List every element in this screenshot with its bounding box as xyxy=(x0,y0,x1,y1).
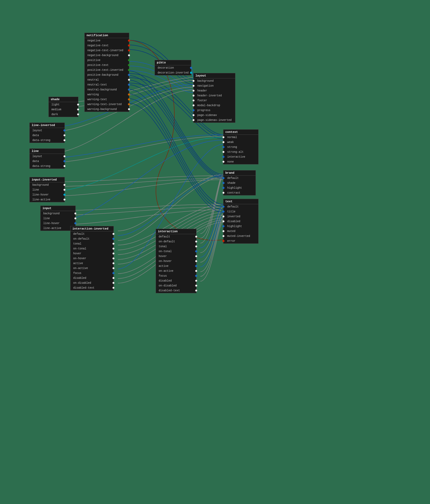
port-notification-negative-text-right xyxy=(128,44,130,47)
interaction-row-on-hover: on-hover xyxy=(156,259,196,264)
port-text-inverted-left xyxy=(222,215,225,218)
input-inverted-row-line-hover: line-hover xyxy=(30,192,64,197)
notification-row-warning-text-inverted: warning-text-inverted xyxy=(85,102,129,107)
port-interaction-on-active-right xyxy=(195,270,197,272)
interaction-inverted-row-on-disabled: on-disabled xyxy=(70,280,113,285)
port-notification-negative-right xyxy=(128,39,130,42)
port-line-data-strong-right xyxy=(63,165,66,167)
layout-row-modal-backdrop: modal-backdrop xyxy=(194,103,235,108)
interaction-row-default: default xyxy=(156,234,196,239)
interaction-inverted-row-on-tonal: on-tonal xyxy=(70,246,113,251)
port-line-inverted-data-strong-right xyxy=(63,139,66,141)
interaction-inverted-row-hover: hover xyxy=(70,251,113,256)
port-interaction-active-right xyxy=(195,265,197,267)
line-node: line layout data data-strong xyxy=(29,148,65,169)
port-layout-footer-left xyxy=(192,99,195,102)
pikto-title: pikto xyxy=(155,60,191,65)
port-context-normal-left xyxy=(222,136,225,138)
interaction-row-disabled-text: disabled-text xyxy=(156,288,196,293)
port-interaction-on-disabled-right xyxy=(195,285,197,287)
layout-row-navigation: navigation xyxy=(194,83,235,88)
port-interaction-inverted-on-disabled-right xyxy=(112,282,115,284)
interaction-row-disabled: disabled xyxy=(156,278,196,283)
port-notification-neutral-right xyxy=(128,79,130,81)
shade-node: shade light medium dark xyxy=(48,97,78,117)
port-notification-positive-text-inverted-right xyxy=(128,69,130,71)
port-input-inverted-line-active-right xyxy=(63,198,66,201)
interaction-row-tonal: tonal xyxy=(156,244,196,249)
port-text-muted-left xyxy=(222,230,225,232)
shade-title: shade xyxy=(49,97,78,102)
port-layout-background-left xyxy=(192,80,195,82)
line-inverted-row-data: data xyxy=(30,133,64,138)
port-text-error-left xyxy=(222,240,225,242)
context-node: context normal weak strong strong-alt in… xyxy=(223,129,259,164)
port-notification-warning-background-right xyxy=(128,108,130,110)
pikto-row-decoration-inverted: decoration-inverted xyxy=(155,70,191,75)
interaction-row-on-disabled: on-disabled xyxy=(156,283,196,288)
port-input-inverted-line-right xyxy=(63,189,66,191)
notification-row-warning: warning xyxy=(85,92,129,97)
port-layout-navigation-left xyxy=(192,85,195,87)
shade-row-dark: dark xyxy=(49,112,78,117)
input-inverted-row-line-active: line-active xyxy=(30,197,64,202)
interaction-row-active: active xyxy=(156,264,196,268)
port-interaction-on-tonal-right xyxy=(195,250,197,252)
port-interaction-hover-right xyxy=(195,255,197,257)
port-text-highlight-left xyxy=(222,225,225,227)
layout-row-background: background xyxy=(194,78,235,83)
notification-row-positive-background: positive-background xyxy=(85,72,129,77)
text-row-muted: muted xyxy=(223,229,258,234)
pikto-node: pikto decoration decoration-inverted xyxy=(155,60,191,75)
port-interaction-inverted-active-right xyxy=(112,262,115,264)
interaction-inverted-row-active: active xyxy=(70,261,113,266)
line-row-layout: layout xyxy=(30,154,64,159)
port-interaction-inverted-on-default-right xyxy=(112,238,115,240)
port-interaction-inverted-on-hover-right xyxy=(112,257,115,259)
port-interaction-inverted-on-tonal-right xyxy=(112,248,115,250)
interaction-inverted-row-disabled-text: disabled-text xyxy=(70,285,113,290)
brand-row-highlight: highlight xyxy=(223,185,256,190)
port-line-data-right xyxy=(63,160,66,162)
port-notification-positive-right xyxy=(128,59,130,61)
layout-row-progress: progress xyxy=(194,108,235,113)
input-inverted-row-line: line xyxy=(30,187,64,192)
text-row-inverted: inverted xyxy=(223,214,258,219)
port-interaction-on-hover-right xyxy=(195,260,197,262)
port-notification-positive-text-right xyxy=(128,64,130,66)
input-row-line-hover: line-hover xyxy=(41,221,75,226)
layout-row-page-sidenav-inverted: page-sidenav-inverted xyxy=(194,118,235,123)
port-pikto-decoration-inverted-right xyxy=(190,72,192,74)
text-row-muted-inverted: muted-inverted xyxy=(223,234,258,239)
layout-row-header: header xyxy=(194,88,235,93)
notification-row-negative-text-inverted: negative-text-inverted xyxy=(85,48,129,53)
port-input-line-hover-right xyxy=(74,222,76,224)
context-row-interactive: interactive xyxy=(223,154,258,159)
port-notification-neutral-text-right xyxy=(128,84,130,86)
port-interaction-inverted-on-active-right xyxy=(112,267,115,269)
context-row-none: none xyxy=(223,159,258,164)
notification-row-positive: positive xyxy=(85,58,129,63)
interaction-inverted-title: interaction-inverted xyxy=(70,226,113,231)
input-row-background: background xyxy=(41,211,75,216)
layout-title: layout xyxy=(194,73,235,78)
port-notification-warning-text-right xyxy=(128,98,130,100)
interaction-inverted-row-on-default: on-default xyxy=(70,236,113,241)
port-shade-dark-right xyxy=(77,113,79,115)
layout-node: layout background navigation header head… xyxy=(193,73,235,123)
line-row-data: data xyxy=(30,159,64,164)
interaction-row-on-tonal: on-tonal xyxy=(156,249,196,254)
line-inverted-title: line-inverted xyxy=(30,123,64,128)
port-interaction-focus-right xyxy=(195,275,197,277)
port-interaction-disabled-text-right xyxy=(195,289,197,292)
port-context-strong-left xyxy=(222,146,225,148)
context-row-strong: strong xyxy=(223,145,258,149)
port-layout-page-sidenav-left xyxy=(192,114,195,116)
port-pikto-decoration-right xyxy=(190,67,192,69)
brand-row-shade: shade xyxy=(223,181,256,185)
notification-row-neutral: neutral xyxy=(85,77,129,82)
interaction-inverted-node: interaction-inverted default on-default … xyxy=(70,226,114,291)
layout-row-page-sidenav: page-sidenav xyxy=(194,113,235,118)
context-row-weak: weak xyxy=(223,140,258,145)
line-inverted-node: line-inverted layout data data-strong xyxy=(29,123,65,143)
